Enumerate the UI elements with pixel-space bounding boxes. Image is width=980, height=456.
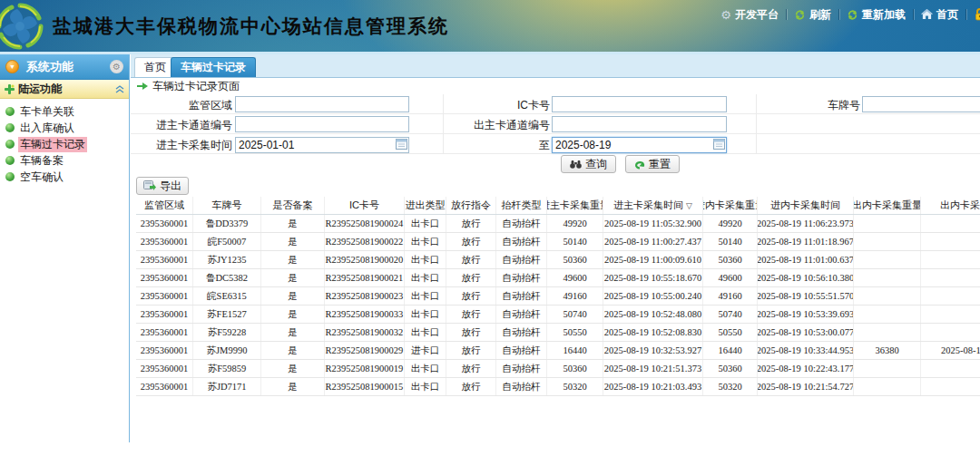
nav-dev-platform[interactable]: ⚙ 开发平台	[713, 7, 786, 23]
table-row[interactable]: 2395360001苏JM9990是R239525081900029进卡口放行自…	[136, 342, 980, 360]
column-header[interactable]: IC卡号	[325, 197, 405, 214]
sidebar-item-label: 车卡单关联	[18, 104, 76, 120]
table-cell: 放行	[446, 287, 496, 305]
table-cell: 放行	[446, 215, 496, 232]
date-to-input[interactable]	[552, 137, 727, 153]
sidebar-title: 系统功能	[26, 59, 110, 75]
export-button[interactable]: 导出	[136, 177, 189, 195]
breadcrumb: 车辆过卡记录页面	[131, 78, 980, 94]
column-header[interactable]: 进主卡采集时间▽	[603, 197, 703, 214]
sidebar-item-4[interactable]: 空车确认	[4, 169, 129, 185]
table-cell: 50740	[703, 306, 758, 323]
region-label: 监管区域	[131, 98, 232, 113]
sidebar-item-3[interactable]: 车辆备案	[4, 152, 129, 169]
table-cell: 鲁DD3379	[193, 215, 261, 232]
table-cell: 出卡口	[405, 233, 446, 250]
table-cell: 2395360001	[136, 287, 193, 305]
table-row[interactable]: 2395360001苏F59228是R239525081900032出卡口放行自…	[136, 324, 980, 342]
plate-input[interactable]	[862, 96, 980, 112]
sidebar-item-1[interactable]: 出入库确认	[4, 120, 129, 136]
table-cell: 出卡口	[405, 215, 446, 232]
nav-reload[interactable]: 重新加载	[839, 7, 913, 23]
table-row[interactable]: 2395360001鲁DC5382是R239525081900021出卡口放行自…	[136, 269, 980, 287]
sidebar-header: ▼ 系统功能 ⚙	[0, 54, 129, 80]
table-cell: 50360	[703, 251, 758, 268]
column-header[interactable]: 车牌号	[193, 197, 261, 214]
calendar-icon[interactable]	[396, 139, 407, 150]
table-cell: 49160	[703, 287, 758, 305]
table-cell: 是	[261, 251, 325, 268]
table-cell: 2395360001	[136, 324, 193, 341]
table-cell	[854, 306, 921, 323]
table-cell: 放行	[446, 233, 496, 250]
table-cell: 是	[261, 215, 325, 232]
sidebar-item-2[interactable]: 车辆过卡记录	[4, 136, 129, 152]
column-header[interactable]: 抬杆类型	[496, 197, 547, 214]
table-cell: R239525081900015	[325, 378, 405, 395]
table-cell: 自动抬杆	[496, 324, 547, 341]
date-from-input[interactable]	[235, 137, 409, 153]
nav-home[interactable]: 首页	[914, 7, 965, 23]
nav-logout[interactable]	[966, 8, 980, 21]
table-row[interactable]: 2395360001苏F59859是R239525081900019出卡口放行自…	[136, 360, 980, 378]
table-row[interactable]: 2395360001苏FE1527是R239525081900033出卡口放行自…	[136, 306, 980, 324]
table-cell: 是	[261, 378, 325, 395]
table-row[interactable]: 2395360001皖SE6315是R239525081900023出卡口放行自…	[136, 287, 980, 306]
sidebar-group-landtransport[interactable]: 陆运功能	[0, 80, 129, 99]
column-header[interactable]: 放行指令	[446, 197, 496, 214]
table-cell	[854, 215, 921, 232]
column-header[interactable]: 是否备案	[261, 197, 325, 214]
tab-vehicle-pass-records[interactable]: 车辆过卡记录	[171, 57, 256, 77]
out-channel-input[interactable]	[552, 116, 727, 132]
table-cell: 16440	[703, 342, 758, 359]
table-cell: 放行	[446, 269, 496, 286]
calendar-icon[interactable]	[713, 139, 725, 150]
ic-card-input[interactable]	[552, 96, 727, 112]
table-cell: 2025-08-19 10:32:53.927	[603, 342, 703, 359]
sidebar-menu: 车卡单关联 出入库确认 车辆过卡记录 车辆备案 空车确认	[0, 99, 129, 185]
column-header[interactable]: 出内卡采集重量	[854, 197, 921, 214]
table-cell: 自动抬杆	[496, 233, 547, 250]
collapse-chevron-icon[interactable]	[115, 85, 124, 93]
table-row[interactable]: 2395360001苏JD7171是R239525081900015出卡口放行自…	[136, 378, 980, 396]
table-cell: 49920	[547, 215, 603, 232]
table-cell	[854, 269, 921, 286]
table-cell: 50740	[547, 306, 603, 323]
grid-toolbar: 导出	[131, 174, 980, 197]
sidebar-gear-icon[interactable]: ⚙	[110, 60, 123, 73]
search-form: 监管区域 IC卡号 车牌号 进主卡通道编号 出主卡通道编号 进主卡采集时间 至	[131, 94, 980, 174]
table-cell: 是	[261, 287, 325, 305]
column-header[interactable]: 监管区域	[136, 197, 193, 214]
column-header[interactable]: 出内卡采集时间	[921, 197, 980, 214]
table-cell	[854, 378, 921, 395]
table-cell: 苏JY1235	[193, 251, 261, 268]
export-icon	[143, 180, 156, 191]
table-cell: 2395360001	[136, 251, 193, 268]
column-header[interactable]: 进内卡采集重量	[703, 197, 758, 214]
table-row[interactable]: 2395360001苏JY1235是R239525081900020出卡口放行自…	[136, 251, 980, 269]
nav-refresh[interactable]: 刷新	[787, 7, 838, 23]
column-header[interactable]: 进内卡采集时间	[758, 197, 854, 214]
dropdown-circle-icon[interactable]: ▼	[5, 60, 19, 73]
table-cell	[854, 324, 921, 341]
table-row[interactable]: 2395360001鲁DD3379是R239525081900024出卡口放行自…	[136, 215, 980, 233]
to-label: 至	[414, 138, 550, 153]
group-plus-icon	[5, 84, 15, 94]
table-cell: 2025-08-19 10:55:51.570	[758, 287, 854, 305]
in-channel-input[interactable]	[235, 116, 409, 132]
green-ball-icon	[5, 140, 15, 149]
refresh-icon	[794, 9, 806, 21]
table-cell: R239525081900022	[325, 233, 405, 250]
column-header[interactable]: 进出类型	[405, 197, 446, 214]
table-cell	[921, 287, 980, 305]
query-button[interactable]: 查询	[561, 155, 616, 173]
table-cell: 2025-08-19 10:21:03.493	[603, 378, 703, 395]
reset-button[interactable]: 重置	[625, 155, 680, 173]
table-cell: 50140	[703, 233, 758, 250]
sidebar-item-0[interactable]: 车卡单关联	[4, 103, 129, 120]
column-header[interactable]: 进主卡采集重量	[547, 197, 603, 214]
breadcrumb-arrow-icon	[137, 82, 148, 91]
table-row[interactable]: 2395360001皖F50007是R239525081900022出卡口放行自…	[136, 233, 980, 251]
region-input[interactable]	[235, 96, 409, 112]
table-cell: 进卡口	[405, 342, 446, 359]
